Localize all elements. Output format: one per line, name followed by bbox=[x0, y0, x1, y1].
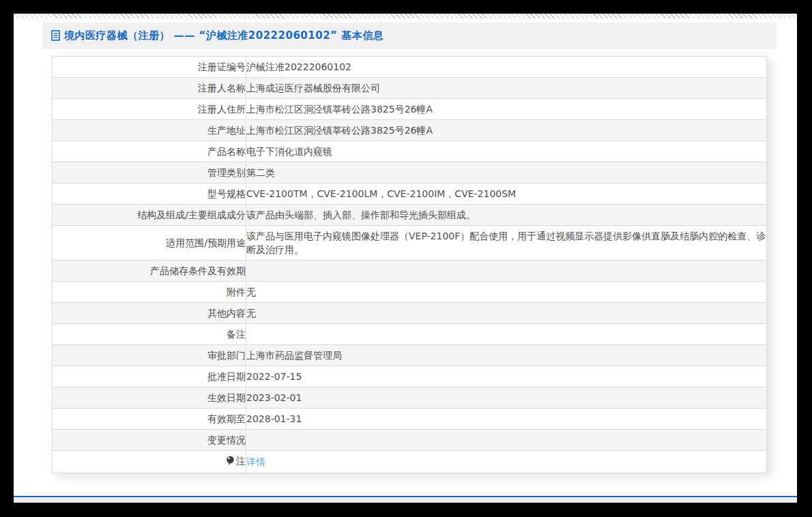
row-label-cell: 生产地址 bbox=[53, 120, 246, 141]
table-row: 管理类别第二类 bbox=[53, 162, 767, 183]
row-label-cell: 批准日期 bbox=[53, 366, 246, 387]
table-row: 审批部门上海市药品监督管理局 bbox=[53, 345, 767, 366]
table-row: 生产地址上海市松江区洞泾镇莘砖公路3825号26幢A bbox=[53, 120, 767, 141]
row-label-cell: 产品名称 bbox=[53, 141, 246, 162]
row-value: 沪械注准20222060102 bbox=[246, 61, 351, 72]
row-value: 2022-07-15 bbox=[246, 371, 302, 382]
table-row: 注详情 bbox=[53, 451, 767, 473]
table-row: 附件无 bbox=[53, 282, 767, 303]
row-label: 注 bbox=[236, 456, 246, 467]
row-label: 管理类别 bbox=[207, 167, 246, 178]
row-value: 上海市松江区洞泾镇莘砖公路3825号26幢A bbox=[246, 104, 433, 115]
row-value: 该产品与医用电子内窥镜图像处理器（VEP-2100F）配合使用，用于通过视频显示… bbox=[246, 231, 766, 255]
document-icon bbox=[51, 30, 61, 42]
row-value-cell: 上海成运医疗器械股份有限公司 bbox=[246, 78, 767, 99]
row-label-cell: 管理类别 bbox=[53, 162, 246, 183]
row-label-cell: 适用范围/预期用途 bbox=[53, 226, 246, 261]
row-label: 生效日期 bbox=[207, 392, 246, 403]
table-row: 生效日期2023-02-01 bbox=[53, 387, 767, 409]
row-value-cell: 第二类 bbox=[246, 162, 767, 183]
row-label: 型号规格 bbox=[207, 188, 246, 199]
row-value: 电子下消化道内窥镜 bbox=[246, 146, 332, 157]
info-table: 注册证编号沪械注准20222060102注册人名称上海成运医疗器械股份有限公司注… bbox=[52, 56, 767, 473]
row-label-cell: 变更情况 bbox=[53, 430, 246, 451]
row-value-cell bbox=[246, 261, 767, 282]
row-value-cell: 2023-02-01 bbox=[246, 387, 767, 409]
row-value-cell: 沪械注准20222060102 bbox=[246, 57, 767, 78]
decorative-hatch-border bbox=[14, 14, 797, 18]
row-value: 2028-01-31 bbox=[246, 413, 302, 424]
row-label: 批准日期 bbox=[207, 371, 246, 382]
row-label: 适用范围/预期用途 bbox=[166, 237, 246, 248]
row-value-cell: 2022-07-15 bbox=[246, 366, 767, 387]
row-label: 产品名称 bbox=[207, 146, 246, 157]
table-row: 注册人名称上海成运医疗器械股份有限公司 bbox=[53, 78, 767, 99]
table-row: 结构及组成/主要组成成分该产品由头端部、插入部、操作部和导光插头部组成。 bbox=[53, 205, 767, 226]
table-row: 其他内容无 bbox=[53, 303, 767, 324]
row-value-cell: 上海市药品监督管理局 bbox=[246, 345, 767, 366]
note-balloon-icon bbox=[226, 456, 235, 469]
row-value: 上海市松江区洞泾镇莘砖公路3825号26幢A bbox=[246, 125, 433, 136]
row-value-cell: 该产品与医用电子内窥镜图像处理器（VEP-2100F）配合使用，用于通过视频显示… bbox=[246, 226, 767, 261]
row-label-cell: 注 bbox=[53, 451, 246, 473]
footer-strip bbox=[14, 497, 797, 503]
row-value: 无 bbox=[246, 308, 256, 319]
row-value-cell: 该产品由头端部、插入部、操作部和导光插头部组成。 bbox=[246, 205, 767, 226]
screenshot-frame: 境内医疗器械（注册） —— “沪械注准20222060102” 基本信息 注册证… bbox=[0, 0, 812, 517]
row-value: CVE-2100TM，CVE-2100LM，CVE-2100IM，CVE-210… bbox=[246, 188, 516, 199]
row-value-cell: CVE-2100TM，CVE-2100LM，CVE-2100IM，CVE-210… bbox=[246, 183, 767, 205]
row-label-cell: 注册人住所 bbox=[53, 99, 246, 120]
table-row: 注册证编号沪械注准20222060102 bbox=[53, 57, 767, 78]
row-label-cell: 附件 bbox=[53, 282, 246, 303]
row-value: 无 bbox=[246, 286, 256, 297]
row-value-cell: 上海市松江区洞泾镇莘砖公路3825号26幢A bbox=[246, 120, 767, 141]
row-label: 备注 bbox=[227, 329, 246, 340]
row-value: 2023-02-01 bbox=[246, 392, 302, 403]
table-row: 变更情况 bbox=[53, 430, 767, 451]
row-label: 注册人名称 bbox=[198, 83, 246, 93]
row-label-cell: 型号规格 bbox=[53, 183, 246, 205]
table-row: 型号规格CVE-2100TM，CVE-2100LM，CVE-2100IM，CVE… bbox=[53, 183, 767, 205]
row-value-cell: 2028-01-31 bbox=[246, 409, 767, 430]
row-value-cell bbox=[246, 430, 767, 451]
table-row: 产品储存条件及有效期 bbox=[53, 261, 767, 282]
row-value: 第二类 bbox=[246, 167, 275, 178]
row-label: 变更情况 bbox=[207, 434, 246, 445]
table-row: 注册人住所上海市松江区洞泾镇莘砖公路3825号26幢A bbox=[53, 99, 767, 120]
row-label-cell: 生效日期 bbox=[53, 387, 246, 409]
row-value-cell: 电子下消化道内窥镜 bbox=[246, 141, 767, 162]
row-label: 有效期至 bbox=[207, 413, 246, 424]
row-value: 上海成运医疗器械股份有限公司 bbox=[246, 83, 380, 93]
row-label-cell: 产品储存条件及有效期 bbox=[53, 261, 246, 282]
row-value-cell: 详情 bbox=[246, 451, 767, 473]
row-value: 该产品由头端部、插入部、操作部和导光插头部组成。 bbox=[246, 209, 476, 220]
row-label-cell: 结构及组成/主要组成成分 bbox=[53, 205, 246, 226]
row-label-cell: 备注 bbox=[53, 324, 246, 345]
page-title: 境内医疗器械（注册） —— “沪械注准20222060102” 基本信息 bbox=[64, 29, 383, 42]
row-label: 注册人住所 bbox=[198, 104, 246, 115]
page-background: 境内医疗器械（注册） —— “沪械注准20222060102” 基本信息 注册证… bbox=[14, 14, 797, 503]
row-label-cell: 有效期至 bbox=[53, 409, 246, 430]
row-value-cell bbox=[246, 324, 767, 345]
row-label-cell: 审批部门 bbox=[53, 345, 246, 366]
details-link[interactable]: 详情 bbox=[246, 456, 265, 467]
table-row: 批准日期2022-07-15 bbox=[53, 366, 767, 387]
page-header: 境内医疗器械（注册） —— “沪械注准20222060102” 基本信息 bbox=[42, 23, 777, 49]
table-row: 有效期至2028-01-31 bbox=[53, 409, 767, 430]
table-row: 产品名称电子下消化道内窥镜 bbox=[53, 141, 767, 162]
row-label: 其他内容 bbox=[207, 308, 246, 319]
row-label: 生产地址 bbox=[207, 125, 246, 136]
row-value: 上海市药品监督管理局 bbox=[246, 350, 342, 361]
row-label: 审批部门 bbox=[207, 350, 246, 361]
row-value-cell: 上海市松江区洞泾镇莘砖公路3825号26幢A bbox=[246, 99, 767, 120]
table-row: 适用范围/预期用途该产品与医用电子内窥镜图像处理器（VEP-2100F）配合使用… bbox=[53, 226, 767, 261]
row-label-cell: 注册证编号 bbox=[53, 57, 246, 78]
table-row: 备注 bbox=[53, 324, 767, 345]
row-label-cell: 注册人名称 bbox=[53, 78, 246, 99]
row-value-cell: 无 bbox=[246, 282, 767, 303]
row-label: 产品储存条件及有效期 bbox=[150, 265, 246, 276]
row-label: 注册证编号 bbox=[198, 61, 246, 72]
row-label: 结构及组成/主要组成成分 bbox=[137, 209, 246, 220]
row-label: 附件 bbox=[227, 286, 246, 297]
info-table-body: 注册证编号沪械注准20222060102注册人名称上海成运医疗器械股份有限公司注… bbox=[53, 57, 767, 473]
